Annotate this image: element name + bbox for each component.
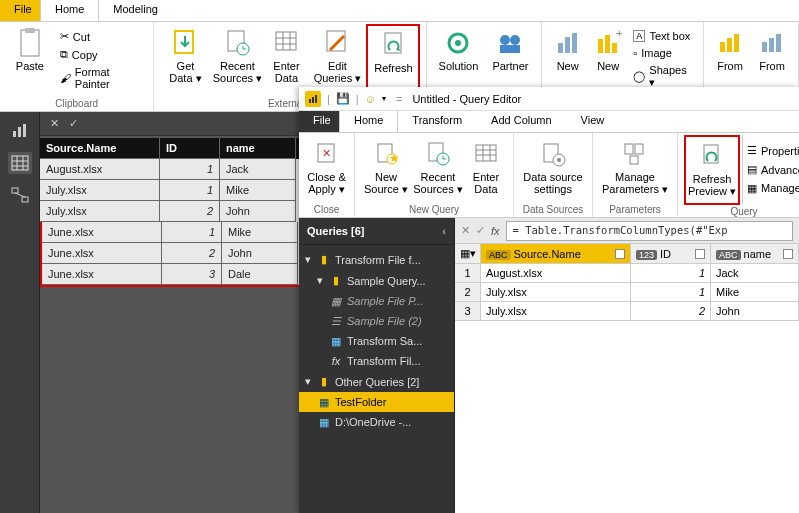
recent-sources-button[interactable]: Recent Sources ▾ bbox=[212, 24, 262, 90]
svg-rect-38 bbox=[12, 188, 18, 193]
grid-row[interactable]: 1August.xlsx1Jack bbox=[455, 264, 799, 283]
folder-icon: ▮ bbox=[317, 254, 331, 266]
param-icon: ▦ bbox=[329, 295, 343, 307]
qe-recent-sources-button[interactable]: Recent Sources ▾ bbox=[413, 135, 463, 201]
svg-point-15 bbox=[510, 35, 520, 45]
svg-rect-39 bbox=[22, 197, 28, 202]
tree-folder[interactable]: ▾▮Other Queries [2] bbox=[299, 371, 454, 392]
svg-rect-41 bbox=[309, 99, 311, 103]
svg-rect-42 bbox=[312, 97, 314, 103]
svg-rect-24 bbox=[720, 42, 725, 52]
col-source[interactable]: Source.Name bbox=[40, 138, 160, 159]
svg-point-58 bbox=[557, 158, 561, 162]
text-box-button[interactable]: AText box bbox=[629, 28, 697, 44]
filter-icon[interactable] bbox=[783, 249, 793, 259]
advanced-editor-button[interactable]: ▤Advanced bbox=[745, 160, 799, 179]
get-data-button[interactable]: Get Data ▾ bbox=[160, 24, 210, 90]
grid-row[interactable]: 2July.xlsx1Mike bbox=[455, 283, 799, 302]
qe-tab-transform[interactable]: Transform bbox=[398, 111, 477, 132]
grid-corner[interactable]: ▦▾ bbox=[455, 244, 481, 264]
model-view-icon[interactable] bbox=[8, 184, 32, 206]
qe-tab-add-column[interactable]: Add Column bbox=[477, 111, 567, 132]
filter-icon[interactable] bbox=[615, 249, 625, 259]
tree-item[interactable]: ▦D:\OneDrive -... bbox=[299, 412, 454, 432]
save-icon[interactable]: 💾 bbox=[336, 92, 350, 105]
report-view-icon[interactable] bbox=[8, 120, 32, 142]
format-painter-button[interactable]: 🖌Format Painter bbox=[56, 64, 148, 92]
refresh-button[interactable]: Refresh bbox=[366, 24, 420, 94]
grid-col-name[interactable]: ABCname bbox=[711, 244, 799, 264]
new-page-button[interactable]: + New bbox=[589, 24, 627, 90]
col-name[interactable]: name bbox=[220, 138, 296, 159]
grid-row[interactable]: 3July.xlsx2John bbox=[455, 302, 799, 321]
tree-folder[interactable]: ▾▮Sample Query... bbox=[299, 270, 454, 291]
app-logo-icon bbox=[305, 91, 321, 107]
copy-button[interactable]: ⧉Copy bbox=[56, 46, 148, 63]
tab-file[interactable]: File bbox=[0, 0, 40, 21]
enter-data-button[interactable]: Enter Data bbox=[264, 24, 308, 90]
from-b-button[interactable]: From bbox=[752, 24, 792, 90]
new-visual-button[interactable]: New bbox=[548, 24, 586, 90]
tree-item[interactable]: fxTransform Fil... bbox=[299, 351, 454, 371]
brush-icon: 🖌 bbox=[60, 72, 71, 84]
query-grid: ▦▾ ABCSource.Name 123ID ABCname 1August.… bbox=[455, 244, 799, 321]
partner-button[interactable]: Partner bbox=[485, 24, 535, 90]
svg-rect-51 bbox=[476, 145, 496, 161]
manage-parameters-button[interactable]: Manage Parameters ▾ bbox=[599, 135, 671, 201]
tree-item[interactable]: ☰Sample File (2) bbox=[299, 311, 454, 331]
qe-enter-data-button[interactable]: Enter Data bbox=[465, 135, 507, 201]
manage-button[interactable]: ▦Manage ▾ bbox=[745, 179, 799, 198]
tab-home[interactable]: Home bbox=[40, 0, 99, 21]
fx-label-icon: fx bbox=[491, 225, 500, 237]
formula-bar[interactable]: = Table.TransformColumnTypes(#"Exp bbox=[506, 221, 793, 241]
scissors-icon: ✂ bbox=[60, 30, 69, 43]
tab-modeling[interactable]: Modeling bbox=[99, 0, 173, 21]
svg-rect-25 bbox=[727, 38, 732, 52]
image-button[interactable]: ▫Image bbox=[629, 45, 697, 61]
view-rail bbox=[0, 112, 40, 513]
svg-rect-60 bbox=[635, 144, 643, 154]
collapse-icon[interactable]: ‹ bbox=[442, 225, 446, 237]
tree-item[interactable]: ▦TestFolder bbox=[299, 392, 454, 412]
group-datasources-label: Data Sources bbox=[520, 203, 586, 217]
grid-col-id[interactable]: 123ID bbox=[631, 244, 711, 264]
col-id[interactable]: ID bbox=[160, 138, 220, 159]
tree-item[interactable]: ▦Sample File P... bbox=[299, 291, 454, 311]
fx-apply-icon[interactable]: ✓ bbox=[476, 224, 485, 237]
tree-item[interactable]: ▦Transform Sa... bbox=[299, 331, 454, 351]
cancel-icon[interactable]: ✕ bbox=[50, 117, 59, 130]
smiley-icon[interactable]: ☺ bbox=[365, 93, 376, 105]
query-editor-window: | 💾 | ☺▾ = Untitled - Query Editor File … bbox=[299, 87, 799, 513]
close-apply-button[interactable]: ✕ Close & Apply ▾ bbox=[302, 135, 352, 201]
new-source-button[interactable]: ★ New Source ▾ bbox=[361, 135, 411, 201]
fx-icon: fx bbox=[329, 355, 343, 367]
qe-tab-view[interactable]: View bbox=[567, 111, 620, 132]
grid-col-source[interactable]: ABCSource.Name bbox=[481, 244, 631, 264]
data-view-icon[interactable] bbox=[8, 152, 32, 174]
cut-button[interactable]: ✂Cut bbox=[56, 28, 148, 45]
qe-tab-file[interactable]: File bbox=[299, 111, 339, 132]
apply-icon[interactable]: ✓ bbox=[69, 117, 78, 130]
group-close-label: Close bbox=[305, 203, 348, 217]
svg-rect-22 bbox=[612, 43, 617, 53]
group-parameters-label: Parameters bbox=[599, 203, 671, 217]
binary-icon: ☰ bbox=[329, 315, 343, 327]
from-a-button[interactable]: From bbox=[710, 24, 750, 90]
svg-point-14 bbox=[500, 35, 510, 45]
paste-button[interactable]: Paste bbox=[6, 24, 54, 90]
fx-cancel-icon[interactable]: ✕ bbox=[461, 224, 470, 237]
refresh-preview-button[interactable]: Refresh Preview ▾ bbox=[684, 135, 740, 205]
svg-rect-27 bbox=[762, 42, 767, 52]
window-title: Untitled - Query Editor bbox=[412, 93, 521, 105]
filter-icon[interactable] bbox=[695, 249, 705, 259]
svg-point-13 bbox=[455, 40, 461, 46]
tree-folder[interactable]: ▾▮Transform File f... bbox=[299, 249, 454, 270]
svg-rect-32 bbox=[23, 124, 26, 137]
qe-tab-home[interactable]: Home bbox=[339, 111, 398, 132]
folder-icon: ▮ bbox=[329, 275, 343, 287]
properties-button[interactable]: ☰Properties bbox=[745, 141, 799, 160]
data-source-settings-button[interactable]: Data source settings bbox=[520, 135, 586, 201]
edit-queries-button[interactable]: Edit Queries ▾ bbox=[310, 24, 364, 90]
svg-rect-31 bbox=[18, 127, 21, 137]
solution-button[interactable]: Solution bbox=[433, 24, 483, 90]
